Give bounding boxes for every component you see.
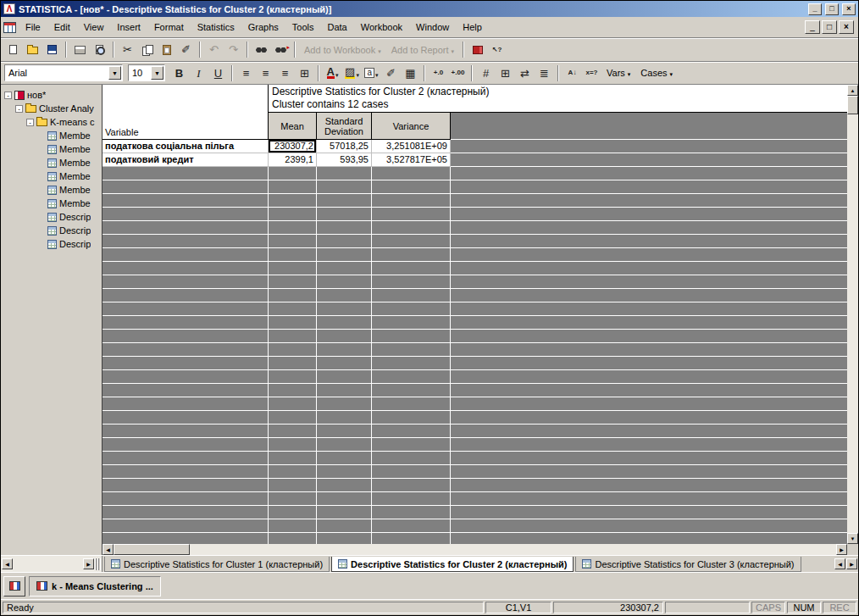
cell-std-dev[interactable]: 593,95 xyxy=(317,153,372,167)
tree-item[interactable]: Descrip xyxy=(3,210,102,224)
close-icon[interactable] xyxy=(842,3,856,15)
italic-button[interactable]: I xyxy=(190,64,208,82)
tree-item[interactable]: -Cluster Analy xyxy=(3,102,102,115)
tree-item[interactable]: Descrip xyxy=(3,224,102,237)
tree-item[interactable]: Membe xyxy=(3,142,102,156)
collapse-icon[interactable]: - xyxy=(26,119,34,126)
horizontal-scroll-track[interactable] xyxy=(190,544,836,555)
tree-scroll-left-icon[interactable] xyxy=(2,558,13,569)
copy-icon[interactable] xyxy=(138,41,156,58)
menu-window[interactable]: Window xyxy=(409,19,456,36)
marker-icon[interactable]: ✐ xyxy=(382,64,400,82)
font-size-select[interactable]: 10 xyxy=(128,64,165,81)
wrap-text-icon[interactable]: ⊞ xyxy=(296,64,313,82)
tree-item[interactable]: Membe xyxy=(3,183,102,197)
paste-icon[interactable] xyxy=(158,41,175,58)
menu-file[interactable]: File xyxy=(19,19,47,36)
vars-button[interactable]: Vars xyxy=(602,66,635,80)
minimize-icon[interactable] xyxy=(808,3,822,15)
find-icon[interactable] xyxy=(252,41,270,58)
tree-item[interactable]: -нов* xyxy=(3,88,102,102)
menu-insert[interactable]: Insert xyxy=(110,19,147,36)
underline-button[interactable]: U xyxy=(209,64,227,82)
menu-data[interactable]: Data xyxy=(321,19,354,36)
column-header-std-dev[interactable]: Standard Deviation xyxy=(317,113,372,140)
tree-item[interactable]: Membe xyxy=(3,169,102,183)
new-document-icon[interactable] xyxy=(4,41,22,58)
tree-item[interactable]: Descrip xyxy=(3,237,102,251)
child-close-icon[interactable] xyxy=(839,20,854,34)
restore-icon[interactable] xyxy=(825,3,839,15)
formulas-icon[interactable]: x=? xyxy=(583,64,601,82)
chevron-down-icon[interactable] xyxy=(108,66,121,80)
splitter-handle[interactable] xyxy=(95,558,101,570)
tree-scroll-track[interactable] xyxy=(14,558,82,569)
fit-columns-icon[interactable]: # xyxy=(477,64,495,82)
scroll-down-icon[interactable] xyxy=(847,533,858,544)
child-window-icon[interactable] xyxy=(3,22,16,33)
variable-column-header[interactable]: Variable xyxy=(103,85,269,140)
statistics-advisor-icon[interactable] xyxy=(468,41,486,58)
scroll-left-icon[interactable] xyxy=(103,544,114,555)
grid-options-icon[interactable]: ▦ xyxy=(402,64,419,82)
sheet-tab[interactable]: Descriptive Statistics for Cluster 2 (кл… xyxy=(331,557,574,572)
cell-variance[interactable]: 3,251081E+09 xyxy=(372,140,451,153)
tree-item[interactable]: -K-means c xyxy=(3,115,102,129)
chevron-down-icon[interactable] xyxy=(151,66,163,80)
tree-item[interactable]: Membe xyxy=(3,156,102,169)
align-left-icon[interactable]: ≡ xyxy=(237,64,255,82)
horizontal-scroll-thumb[interactable] xyxy=(114,544,190,555)
cell-variance[interactable]: 3,527817E+05 xyxy=(372,153,451,167)
menu-workbook[interactable]: Workbook xyxy=(354,19,409,36)
cases-button[interactable]: Cases xyxy=(636,66,677,80)
print-preview-icon[interactable] xyxy=(91,41,108,58)
insert-cells-icon[interactable]: ⊞ xyxy=(496,64,514,82)
cut-icon[interactable]: ✂ xyxy=(119,41,136,58)
menu-tools[interactable]: Tools xyxy=(285,19,321,36)
find-next-icon[interactable] xyxy=(272,41,290,58)
tabs-scroll-left-icon[interactable] xyxy=(834,558,845,569)
collapse-icon[interactable]: - xyxy=(15,105,23,113)
font-color-icon[interactable]: A xyxy=(324,64,341,82)
tree-item[interactable]: Membe xyxy=(3,197,102,210)
bold-button[interactable]: B xyxy=(170,64,188,82)
vertical-scroll-track[interactable] xyxy=(847,114,858,533)
format-painter-icon[interactable]: ✐ xyxy=(177,41,195,58)
format-cells-icon[interactable]: a xyxy=(363,64,380,82)
menu-graphs[interactable]: Graphs xyxy=(241,19,285,36)
menu-edit[interactable]: Edit xyxy=(47,19,77,36)
vertical-scroll-thumb[interactable] xyxy=(847,96,858,114)
menu-format[interactable]: Format xyxy=(147,19,191,36)
scroll-up-icon[interactable] xyxy=(847,85,858,96)
horizontal-scrollbar[interactable] xyxy=(103,544,847,555)
tree-scroll-right-icon[interactable] xyxy=(83,558,94,569)
cell-mean[interactable]: 230307,2 xyxy=(269,140,317,153)
vertical-scrollbar[interactable] xyxy=(847,85,858,544)
context-help-icon[interactable]: ↖? xyxy=(488,41,506,58)
menu-statistics[interactable]: Statistics xyxy=(191,19,241,36)
decrease-decimals-icon[interactable]: +.00 xyxy=(449,64,467,82)
cell-std-dev[interactable]: 57018,25 xyxy=(317,140,372,153)
sheet-tab[interactable]: Descriptive Statistics for Cluster 1 (кл… xyxy=(104,557,330,572)
increase-decimals-icon[interactable]: +.0 xyxy=(430,64,447,82)
sort-icon[interactable]: A↓ xyxy=(563,64,581,82)
analysis-button[interactable]: k - Means Clustering ... xyxy=(29,576,161,597)
fill-color-icon[interactable]: ▨ xyxy=(343,64,361,82)
move-cells-icon[interactable]: ⇄ xyxy=(516,64,534,82)
analysis-icon-box[interactable] xyxy=(3,576,25,597)
column-header-variance[interactable]: Variance xyxy=(372,113,451,140)
titlebar[interactable]: STATISTICA - [нов* - Descriptive Statist… xyxy=(1,1,858,17)
child-minimize-icon[interactable] xyxy=(805,20,820,34)
font-select[interactable]: Arial xyxy=(4,64,123,81)
print-icon[interactable] xyxy=(71,41,89,58)
menu-help[interactable]: Help xyxy=(456,19,489,36)
row-label-cell[interactable]: податкова соціальна пільга xyxy=(103,140,269,153)
save-icon[interactable] xyxy=(43,41,61,58)
column-header-mean[interactable]: Mean xyxy=(269,113,317,140)
collapse-icon[interactable]: - xyxy=(4,92,12,99)
row-label-cell[interactable]: податковий кредит xyxy=(103,153,269,167)
menu-view[interactable]: View xyxy=(77,19,111,36)
tree-item[interactable]: Membe xyxy=(3,129,102,142)
variable-specs-icon[interactable]: ≣ xyxy=(535,64,553,82)
child-restore-icon[interactable] xyxy=(822,20,837,34)
